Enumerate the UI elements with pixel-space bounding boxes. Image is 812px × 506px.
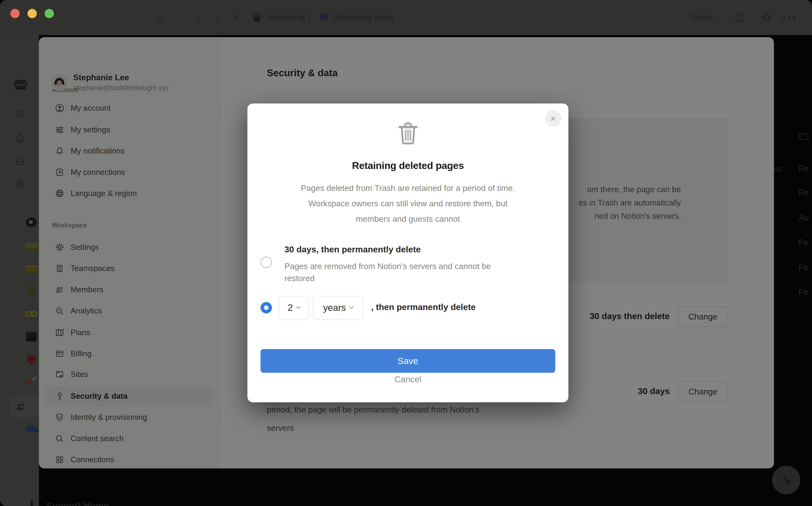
option-30-days-label[interactable]: 30 days, then permanently delete bbox=[284, 245, 421, 254]
retaining-deleted-pages-modal: × Retaining deleted pages Pages deleted … bbox=[248, 103, 568, 402]
minimize-window-button[interactable] bbox=[27, 9, 37, 18]
chevron-down-icon bbox=[296, 304, 301, 309]
modal-description: Pages deleted from Trash are retained fo… bbox=[248, 180, 568, 227]
option-30-days-description: Pages are removed from Notion's servers … bbox=[284, 260, 491, 284]
option-custom-suffix: , then permanently delete bbox=[371, 302, 476, 312]
radio-custom-period-option[interactable] bbox=[261, 302, 272, 313]
cancel-button[interactable]: Cancel bbox=[248, 374, 568, 385]
save-button[interactable]: Save bbox=[261, 349, 555, 373]
zoom-window-button[interactable] bbox=[45, 9, 54, 18]
chevron-down-icon bbox=[349, 304, 354, 309]
modal-title: Retaining deleted pages bbox=[248, 160, 568, 171]
retention-number-select[interactable]: 2 bbox=[279, 296, 309, 320]
trash-icon bbox=[248, 119, 568, 148]
close-window-button[interactable] bbox=[10, 9, 20, 18]
radio-30-days-option[interactable] bbox=[261, 257, 272, 268]
retention-unit-select[interactable]: years bbox=[313, 296, 363, 320]
